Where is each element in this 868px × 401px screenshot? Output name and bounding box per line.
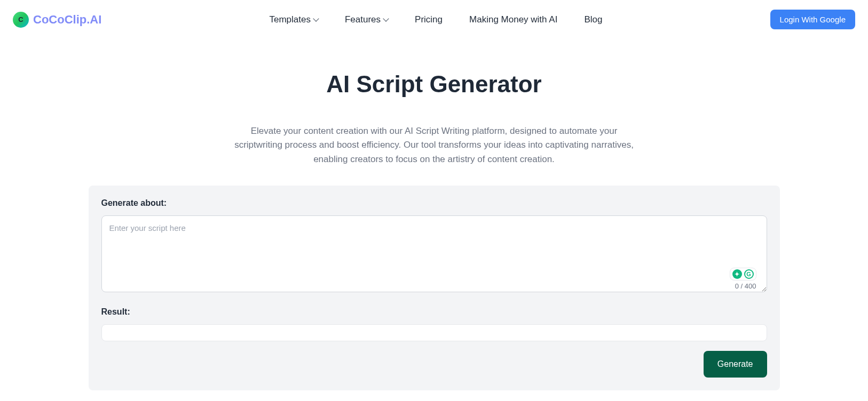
chevron-down-icon — [313, 15, 319, 21]
logo-letter: C — [18, 15, 23, 23]
result-label: Result: — [101, 307, 767, 317]
nav-features-label: Features — [345, 14, 381, 25]
logo[interactable]: C CoCoClip.AI — [13, 12, 101, 28]
grammarly-ai-icon: ✦ — [732, 269, 742, 279]
nav-pricing-label: Pricing — [415, 14, 443, 25]
script-input[interactable] — [101, 215, 767, 292]
actions-row: Generate — [101, 351, 767, 378]
page-subtitle: Elevate your content creation with our A… — [231, 124, 637, 166]
generate-about-label: Generate about: — [101, 198, 767, 208]
character-counter: 0 / 400 — [735, 282, 756, 290]
nav-blog[interactable]: Blog — [584, 14, 602, 25]
nav-making-money-label: Making Money with AI — [469, 14, 557, 25]
nav-pricing[interactable]: Pricing — [415, 14, 443, 25]
nav-features[interactable]: Features — [345, 14, 388, 25]
textarea-wrapper: ✦ G 0 / 400 — [101, 215, 767, 294]
result-output — [101, 324, 767, 341]
generate-button[interactable]: Generate — [704, 351, 767, 378]
nav-templates-label: Templates — [269, 14, 310, 25]
nav-blog-label: Blog — [584, 14, 602, 25]
main-nav: Templates Features Pricing Making Money … — [269, 14, 602, 25]
header: C CoCoClip.AI Templates Features Pricing… — [0, 0, 868, 39]
grammarly-icon: G — [744, 269, 754, 279]
logo-icon: C — [13, 12, 29, 28]
nav-making-money[interactable]: Making Money with AI — [469, 14, 557, 25]
generator-card: Generate about: ✦ G 0 / 400 Result: Gene… — [89, 186, 780, 390]
grammarly-widget[interactable]: ✦ G — [730, 268, 756, 280]
main-content: AI Script Generator Elevate your content… — [58, 39, 810, 401]
login-button[interactable]: Login With Google — [770, 10, 855, 29]
page-title: AI Script Generator — [68, 71, 800, 98]
nav-templates[interactable]: Templates — [269, 14, 318, 25]
chevron-down-icon — [383, 15, 389, 21]
logo-text: CoCoClip.AI — [33, 13, 101, 27]
